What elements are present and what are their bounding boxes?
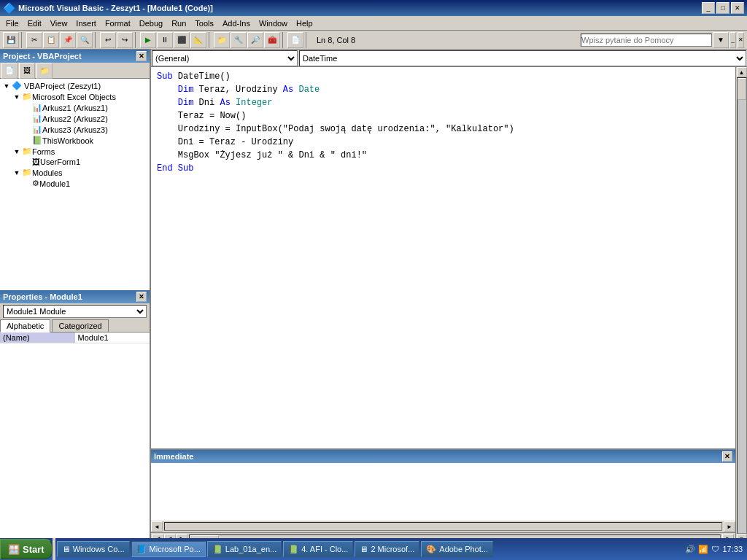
module-icon: ⚙	[32, 179, 39, 188]
toolbar-run[interactable]: ▶	[140, 32, 156, 48]
toolbar-proj[interactable]: 📁	[214, 32, 230, 48]
help-go-btn[interactable]: ▼	[713, 32, 729, 48]
tree-arkusz1[interactable]: 📊 Arkusz1 (Arkusz1)	[22, 102, 148, 113]
taskbar-item-label-1: Microsoft Po...	[150, 545, 201, 553]
help-min[interactable]: _	[729, 32, 736, 48]
toolbar-redo[interactable]: ↪	[117, 32, 133, 48]
code-area-wrapper: Sub DateTime() Dim Teraz, Urodziny As Da…	[151, 67, 747, 544]
restore-button[interactable]: □	[716, 2, 729, 14]
toolbar-pause[interactable]: ⏸	[157, 32, 173, 48]
forms-label: Forms	[32, 147, 55, 156]
menu-tools[interactable]: Tools	[190, 16, 218, 30]
help-close[interactable]: ✕	[738, 32, 744, 48]
taskbar-item-1[interactable]: 📘 Microsoft Po...	[131, 541, 206, 557]
menu-format[interactable]: Format	[101, 16, 135, 30]
tree-arkusz3[interactable]: 📊 Arkusz3 (Arkusz3)	[22, 124, 148, 135]
immediate-close[interactable]: ✕	[722, 451, 732, 462]
close-button[interactable]: ✕	[731, 2, 744, 14]
code-line-3: Dim Dni As Integer	[157, 96, 729, 109]
taskbar-item-4[interactable]: 🖥 2 Microsof...	[355, 541, 419, 557]
toolbar-toolbox[interactable]: 🧰	[264, 32, 280, 48]
start-button[interactable]: 🪟 Start	[0, 539, 53, 559]
code-line-5: Urodziny = InputBox("Podaj swoją datę ur…	[157, 122, 729, 136]
vbaproject-label: VBAProject (Zeszyt1)	[24, 82, 101, 90]
taskbar-item-icon-3: 📗	[288, 545, 298, 554]
tree-sheets-group: 📊 Arkusz1 (Arkusz1) 📊 Arkusz2 (Arkusz2) …	[12, 102, 148, 146]
taskbar-item-3[interactable]: 📗 4. AFI - Clo...	[283, 541, 353, 557]
code-object-dropdown[interactable]: (General)	[152, 50, 298, 66]
tree-arkusz2[interactable]: 📊 Arkusz2 (Arkusz2)	[22, 113, 148, 124]
vscroll-thumb[interactable]	[738, 78, 746, 100]
project-panel: Project - VBAProject ✕ 📄 🖼 📁 ▼ 🔷 VBAProj…	[0, 50, 150, 290]
prop-value[interactable]: Module1	[75, 332, 150, 343]
imm-hscroll-right[interactable]: ►	[724, 521, 735, 532]
immediate-hscroll[interactable]: ◄ ►	[151, 521, 735, 532]
project-tree[interactable]: ▼ 🔷 VBAProject (Zeszyt1) ▼ 📁 Microsoft E…	[0, 79, 150, 290]
right-panel: (General) DateTime Sub DateTime() Dim Te…	[151, 50, 747, 544]
taskbar-item-icon-4: 🖥	[360, 545, 368, 553]
tree-modules[interactable]: ▼ 📁 Modules	[12, 167, 148, 178]
vscroll-up[interactable]: ▲	[737, 67, 747, 77]
menu-edit[interactable]: Edit	[23, 16, 46, 30]
minimize-button[interactable]: _	[702, 2, 715, 14]
code-proc-dropdown[interactable]: DateTime	[299, 50, 746, 66]
tree-forms-group: 🖼 UserForm1	[12, 157, 148, 167]
toolbar-copy[interactable]: 📋	[43, 32, 59, 48]
tree-forms[interactable]: ▼ 📁 Forms	[12, 146, 148, 157]
proj-view-code[interactable]: 📄	[1, 63, 18, 79]
toolbar-design[interactable]: 📐	[190, 32, 206, 48]
taskbar-tray: 🔊 📶 🛡 17:33	[681, 545, 747, 554]
tree-thisworkbook[interactable]: 📗 ThisWorkbook	[22, 135, 148, 146]
taskbar-item-2[interactable]: 📗 Lab_01a_en...	[207, 541, 282, 557]
toolbar-stop[interactable]: ⬛	[174, 32, 190, 48]
toolbar-undo[interactable]: ↩	[100, 32, 116, 48]
props-object-dropdown[interactable]: Module1 Module	[3, 305, 147, 318]
tree-excel-objects[interactable]: ▼ 📁 Microsoft Excel Objects	[12, 91, 148, 102]
props-header-row: Module1 Module	[0, 303, 150, 319]
menu-help[interactable]: Help	[292, 16, 317, 30]
toolbar-extra[interactable]: 📄	[287, 32, 303, 48]
imm-hscroll-left[interactable]: ◄	[151, 521, 163, 532]
menu-window[interactable]: Window	[255, 16, 292, 30]
help-search-input[interactable]	[581, 34, 712, 47]
imm-hscroll-track[interactable]	[164, 522, 722, 531]
tree-module1[interactable]: ⚙ Module1	[22, 178, 148, 189]
taskbar-item-5[interactable]: 🎨 Adobe Phot...	[421, 541, 493, 557]
project-panel-close[interactable]: ✕	[136, 51, 147, 61]
taskbar-item-label-5: Adobe Phot...	[439, 545, 488, 553]
menu-debug[interactable]: Debug	[135, 16, 167, 30]
project-toolbar: 📄 🖼 📁	[0, 63, 150, 79]
tree-vbaproject[interactable]: ▼ 🔷 VBAProject (Zeszyt1)	[1, 80, 148, 91]
tab-alphabetic[interactable]: Alphabetic	[0, 319, 50, 332]
menu-view[interactable]: View	[46, 16, 72, 30]
taskbar-item-0[interactable]: 🖥 Windows Co...	[57, 541, 130, 557]
menu-run[interactable]: Run	[167, 16, 190, 30]
vscroll-track[interactable]	[737, 77, 747, 534]
menu-addins[interactable]: Add-Ins	[218, 16, 255, 30]
tab-categorized[interactable]: Categorized	[52, 319, 108, 332]
code-editor[interactable]: Sub DateTime() Dim Teraz, Urodziny As Da…	[151, 67, 735, 448]
toolbar-paste[interactable]: 📌	[60, 32, 76, 48]
project-panel-header: Project - VBAProject ✕	[0, 50, 150, 63]
code-vscrollbar[interactable]: ▲ ▼	[735, 67, 747, 544]
properties-panel-close[interactable]: ✕	[136, 292, 147, 302]
code-line-4: Teraz = Now()	[157, 109, 729, 122]
proj-view-form[interactable]: 🖼	[19, 63, 35, 79]
expand-icon: ▼	[12, 93, 22, 101]
menu-insert[interactable]: Insert	[71, 16, 101, 30]
toolbar-find[interactable]: 🔍	[77, 32, 93, 48]
thisworkbook-label: ThisWorkbook	[42, 136, 93, 145]
immediate-content[interactable]	[151, 463, 735, 521]
immediate-header: Immediate ✕	[151, 450, 735, 463]
toolbar-cut[interactable]: ✂	[26, 32, 42, 48]
tray-icon-network: 📶	[698, 545, 708, 554]
properties-panel: Properties - Module1 ✕ Module1 Module Al…	[0, 290, 150, 544]
table-row: (Name) Module1	[0, 332, 150, 343]
toolbar-save[interactable]: 💾	[3, 32, 19, 48]
taskbar-item-icon-0: 🖥	[62, 545, 70, 553]
proj-toggle-folders[interactable]: 📁	[36, 63, 53, 79]
toolbar-obj-browser[interactable]: 🔎	[247, 32, 263, 48]
toolbar-props[interactable]: 🔧	[231, 32, 247, 48]
tree-userform1[interactable]: 🖼 UserForm1	[22, 157, 148, 167]
menu-file[interactable]: File	[1, 16, 23, 30]
